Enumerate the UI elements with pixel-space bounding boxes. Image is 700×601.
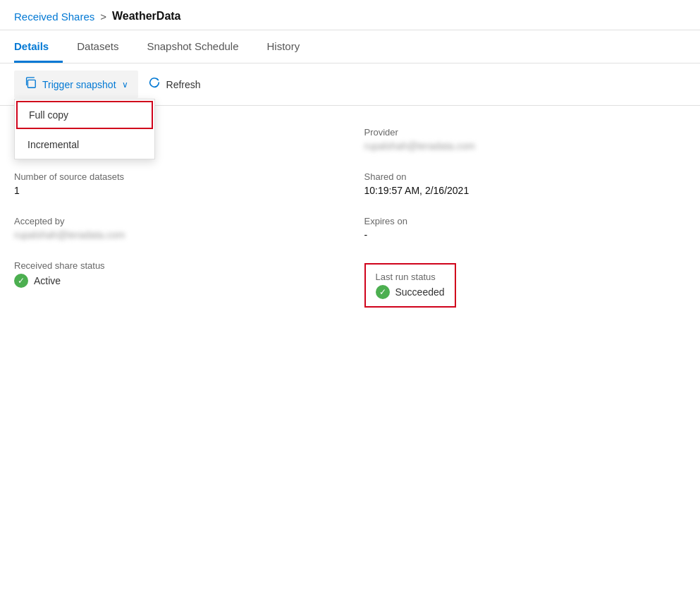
dropdown-item-incremental[interactable]: Incremental bbox=[15, 130, 154, 159]
provider-label: Provider bbox=[364, 127, 687, 138]
last-run-status-field: Last run status ✓ Succeeded bbox=[364, 260, 687, 308]
shared-on-value: 10:19:57 AM, 2/16/2021 bbox=[364, 185, 687, 196]
right-column: Provider rupalshah@teradata.com Shared o… bbox=[350, 127, 687, 327]
tab-snapshot-schedule[interactable]: Snapshot Schedule bbox=[147, 30, 252, 63]
succeeded-status-icon: ✓ bbox=[376, 285, 390, 299]
breadcrumb-separator: > bbox=[100, 11, 106, 23]
shared-on-field: Shared on 10:19:57 AM, 2/16/2021 bbox=[364, 171, 687, 196]
expires-on-value: - bbox=[364, 229, 687, 241]
provider-field: Provider rupalshah@teradata.com bbox=[364, 127, 687, 152]
received-share-status-field: Received share status ✓ Active bbox=[14, 260, 322, 288]
provider-value: rupalshah@teradata.com bbox=[364, 140, 687, 152]
active-status-icon: ✓ bbox=[14, 274, 28, 288]
last-run-status-box: Last run status ✓ Succeeded bbox=[364, 263, 456, 308]
breadcrumb: Received Shares > WeatherData bbox=[0, 0, 700, 30]
source-datasets-field: Number of source datasets 1 bbox=[14, 171, 322, 196]
tab-details[interactable]: Details bbox=[14, 30, 63, 63]
trigger-snapshot-dropdown: Full copy Incremental bbox=[14, 99, 155, 159]
source-datasets-value: 1 bbox=[14, 185, 322, 196]
tab-datasets[interactable]: Datasets bbox=[77, 30, 133, 63]
chevron-down-icon: ∨ bbox=[122, 80, 128, 90]
last-run-status-value: ✓ Succeeded bbox=[376, 285, 445, 299]
trigger-snapshot-label: Trigger snapshot bbox=[42, 79, 116, 90]
received-share-status-value: ✓ Active bbox=[14, 274, 322, 288]
dropdown-item-full-copy[interactable]: Full copy bbox=[16, 101, 153, 129]
received-share-status-label: Received share status bbox=[14, 260, 322, 271]
breadcrumb-current-page: WeatherData bbox=[112, 10, 181, 23]
source-datasets-label: Number of source datasets bbox=[14, 171, 322, 182]
active-status-text: Active bbox=[34, 275, 61, 286]
expires-on-label: Expires on bbox=[364, 216, 687, 226]
toolbar: Trigger snapshot ∨ Full copy Incremental… bbox=[0, 63, 700, 106]
shared-on-label: Shared on bbox=[364, 171, 687, 182]
accepted-by-field: Accepted by rupalshah@teradata.com bbox=[14, 216, 322, 241]
refresh-icon bbox=[148, 76, 161, 92]
last-run-status-label: Last run status bbox=[376, 272, 445, 282]
svg-rect-0 bbox=[27, 80, 35, 87]
succeeded-status-text: Succeeded bbox=[395, 286, 445, 298]
accepted-by-label: Accepted by bbox=[14, 216, 322, 226]
copy-icon bbox=[24, 76, 37, 92]
refresh-label: Refresh bbox=[166, 79, 201, 90]
trigger-snapshot-button[interactable]: Trigger snapshot ∨ bbox=[14, 71, 138, 98]
tab-bar: Details Datasets Snapshot Schedule Histo… bbox=[0, 30, 700, 63]
tab-history[interactable]: History bbox=[267, 30, 314, 63]
breadcrumb-received-shares[interactable]: Received Shares bbox=[14, 11, 94, 23]
expires-on-field: Expires on - bbox=[364, 216, 687, 241]
accepted-by-value: rupalshah@teradata.com bbox=[14, 229, 322, 241]
refresh-button[interactable]: Refresh bbox=[138, 71, 211, 98]
